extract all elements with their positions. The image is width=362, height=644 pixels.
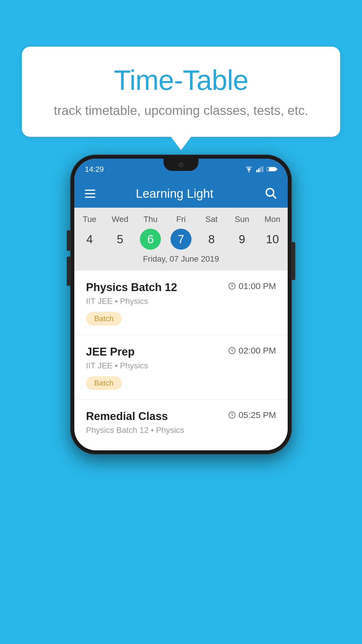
day-headers: Tue Wed Thu Fri Sat Sun Mon: [74, 215, 288, 224]
day-header-mon: Mon: [257, 215, 288, 224]
day-header-sun: Sun: [227, 215, 257, 224]
day-6-today[interactable]: 6: [140, 229, 161, 250]
schedule-item-1-time: 01:00 PM: [228, 281, 276, 291]
speech-bubble-arrow: [171, 136, 191, 150]
wifi-icon: [245, 166, 253, 173]
svg-rect-3: [256, 170, 258, 172]
schedule-item-1-sub: IIT JEE • Physics: [86, 297, 276, 306]
day-header-tue: Tue: [74, 215, 105, 224]
schedule-item-2-time: 02:00 PM: [228, 346, 276, 356]
schedule-item-3-sub: Physics Batch 12 • Physics: [86, 426, 276, 435]
battery-icon: [267, 166, 277, 172]
phone-screen: 14:29: [74, 159, 288, 450]
schedule-item-2[interactable]: JEE Prep 02:00 PM IIT JEE • Physics Batc…: [74, 335, 288, 400]
svg-rect-6: [262, 166, 263, 172]
day-5[interactable]: 5: [105, 229, 136, 250]
schedule-item-3-time: 05:25 PM: [228, 410, 276, 420]
status-bar: 14:29: [74, 159, 288, 180]
schedule-item-1[interactable]: Physics Batch 12 01:00 PM IIT JEE • Phys…: [74, 271, 288, 335]
schedule-item-2-time-text: 02:00 PM: [239, 346, 276, 356]
schedule-item-2-sub: IIT JEE • Physics: [86, 361, 276, 370]
side-button-left-bottom: [67, 257, 70, 286]
day-header-thu: Thu: [135, 215, 166, 224]
schedule-item-2-badge: Batch: [86, 376, 122, 390]
clock-icon-1: [228, 282, 236, 290]
app-title: Learning Light: [106, 187, 254, 201]
search-button[interactable]: [264, 187, 277, 201]
schedule-item-3-top: Remedial Class 05:25 PM: [86, 410, 276, 423]
clock-icon-3: [228, 411, 236, 419]
phone-outer: 14:29: [70, 155, 292, 454]
side-button-right: [292, 242, 295, 280]
speech-bubble: Time-Table track timetable, upcoming cla…: [22, 47, 340, 137]
day-7-selected[interactable]: 7: [171, 229, 191, 250]
svg-rect-5: [260, 167, 261, 172]
day-10[interactable]: 10: [257, 229, 288, 250]
calendar-strip: Tue Wed Thu Fri Sat Sun Mon 4 5 6 7 8 9 …: [74, 208, 288, 271]
search-icon: [264, 187, 277, 200]
day-header-fri: Fri: [166, 215, 196, 224]
day-9[interactable]: 9: [227, 229, 257, 250]
svg-marker-2: [245, 167, 253, 169]
phone-mockup: 14:29: [70, 155, 292, 454]
schedule-item-3-title: Remedial Class: [86, 410, 168, 423]
speech-bubble-container: Time-Table track timetable, upcoming cla…: [22, 47, 340, 150]
svg-line-11: [273, 195, 276, 198]
schedule-item-2-title: JEE Prep: [86, 346, 135, 358]
bubble-title: Time-Table: [45, 64, 317, 96]
clock-icon-2: [228, 347, 236, 354]
svg-rect-4: [258, 168, 260, 172]
svg-point-10: [266, 188, 274, 196]
day-8[interactable]: 8: [196, 229, 227, 250]
schedule-item-1-top: Physics Batch 12 01:00 PM: [86, 281, 276, 294]
day-header-sat: Sat: [196, 215, 227, 224]
camera: [178, 162, 184, 167]
status-icons: [245, 166, 277, 173]
hamburger-button[interactable]: [85, 190, 95, 198]
svg-marker-1: [248, 172, 250, 173]
side-button-left-top: [67, 230, 70, 251]
schedule-item-1-time-text: 01:00 PM: [239, 281, 276, 291]
notch: [164, 159, 198, 171]
schedule-item-1-title: Physics Batch 12: [86, 281, 177, 294]
app-header: Learning Light: [74, 180, 288, 208]
day-numbers: 4 5 6 7 8 9 10: [74, 229, 288, 250]
selected-date-label: Friday, 07 June 2019: [74, 254, 288, 266]
schedule-item-2-top: JEE Prep 02:00 PM: [86, 346, 276, 358]
svg-rect-8: [267, 167, 269, 171]
svg-rect-9: [276, 168, 277, 170]
status-time: 14:29: [85, 165, 104, 174]
day-4[interactable]: 4: [74, 229, 105, 250]
schedule-list: Physics Batch 12 01:00 PM IIT JEE • Phys…: [74, 271, 288, 450]
schedule-item-1-badge: Batch: [86, 312, 122, 326]
day-header-wed: Wed: [105, 215, 136, 224]
bubble-subtitle: track timetable, upcoming classes, tests…: [45, 103, 317, 118]
schedule-item-3-time-text: 05:25 PM: [239, 410, 276, 420]
signal-icon: [256, 166, 264, 173]
schedule-item-3[interactable]: Remedial Class 05:25 PM Physics Batch 12…: [74, 400, 288, 450]
